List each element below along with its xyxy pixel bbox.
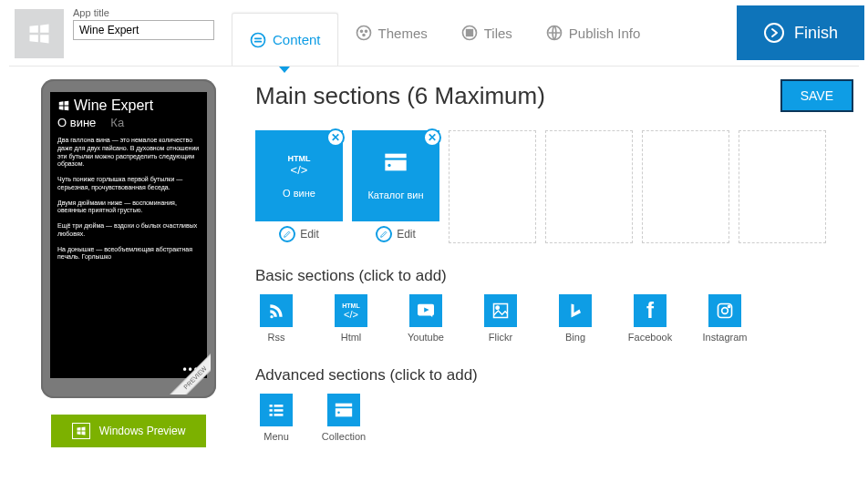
- svg-point-4: [363, 35, 365, 36]
- svg-rect-20: [270, 405, 273, 407]
- page-title: Main sections (6 Maximum): [255, 82, 545, 110]
- svg-point-19: [728, 305, 730, 307]
- basic-item-html[interactable]: HTML</> Html: [330, 294, 372, 343]
- windows-preview-label: Windows Preview: [99, 425, 186, 437]
- section-tile-collection[interactable]: ✕ Каталог вин Edit: [352, 130, 439, 243]
- html-icon: HTML</>: [335, 294, 367, 327]
- preview-paragraph: Чуть пониже горлышка первой бутылки — се…: [57, 176, 200, 192]
- section-label: Каталог вин: [367, 190, 423, 200]
- basic-item-instagram[interactable]: Instagram: [704, 294, 746, 343]
- preview-app-name: Wine Expert: [74, 97, 153, 114]
- section-empty-slot[interactable]: [739, 130, 826, 243]
- youtube-icon: [409, 294, 442, 327]
- finish-label: Finish: [794, 24, 838, 43]
- tab-publish[interactable]: Publish Info: [529, 7, 656, 58]
- preview-ribbon: PREVIEW: [167, 351, 211, 395]
- tab-content[interactable]: Content: [232, 13, 338, 66]
- svg-point-2: [360, 30, 362, 32]
- basic-item-rss[interactable]: Rss: [255, 294, 297, 343]
- facebook-icon: f: [634, 294, 666, 327]
- svg-rect-7: [470, 30, 473, 33]
- svg-point-16: [496, 306, 499, 309]
- svg-point-18: [722, 308, 728, 314]
- preview-paragraph: Двумя дюймами ниже — воспоминания, овеян…: [57, 200, 200, 216]
- preview-pivot-active: О вине: [57, 116, 96, 129]
- windows-icon: [72, 423, 90, 439]
- section-tile-html[interactable]: ✕ HTML </> О вине Edit: [255, 130, 343, 243]
- section-empty-slot[interactable]: [449, 130, 536, 243]
- app-title-input[interactable]: [73, 20, 214, 40]
- advanced-item-menu[interactable]: Menu: [255, 394, 297, 442]
- svg-rect-8: [466, 34, 472, 36]
- windows-preview-button[interactable]: Windows Preview: [51, 415, 206, 447]
- instagram-icon: [708, 294, 741, 327]
- edit-button[interactable]: Edit: [255, 226, 343, 242]
- save-button[interactable]: SAVE: [780, 79, 853, 112]
- phone-preview: Wine Expert О вине Ка Два галлона вина —…: [41, 79, 216, 398]
- basic-item-flickr[interactable]: Flickr: [480, 294, 522, 343]
- advanced-item-collection[interactable]: Collection: [323, 394, 365, 442]
- preview-pivot-next: Ка: [110, 116, 124, 129]
- basic-sections-title: Basic sections (click to add): [255, 267, 853, 285]
- app-title-label: App title: [73, 7, 219, 18]
- tab-tiles[interactable]: Tiles: [444, 7, 529, 58]
- svg-rect-25: [274, 414, 284, 416]
- svg-point-10: [765, 24, 783, 42]
- svg-point-13: [388, 164, 390, 167]
- tab-themes[interactable]: Themes: [338, 7, 444, 58]
- basic-item-bing[interactable]: Bing: [554, 294, 596, 343]
- pencil-icon: [376, 226, 392, 242]
- preview-paragraph: На донышке — всеобъемлющая абстрактная п…: [57, 246, 200, 262]
- pencil-icon: [279, 226, 295, 242]
- svg-point-0: [252, 33, 265, 46]
- close-icon[interactable]: ✕: [423, 128, 441, 147]
- section-empty-slot[interactable]: [642, 130, 729, 243]
- svg-point-28: [337, 411, 340, 414]
- edit-button[interactable]: Edit: [352, 226, 439, 242]
- rss-icon: [260, 294, 293, 327]
- preview-paragraph: Два галлона вина — это немалое количеств…: [57, 137, 200, 169]
- svg-rect-26: [336, 404, 352, 407]
- tab-content-label: Content: [273, 32, 321, 47]
- windows-logo-icon: [15, 9, 64, 58]
- collection-icon: [327, 394, 360, 426]
- svg-point-3: [365, 30, 367, 32]
- svg-rect-6: [466, 30, 469, 33]
- finish-button[interactable]: Finish: [737, 5, 864, 60]
- flickr-icon: [484, 294, 517, 327]
- menu-icon: [260, 394, 293, 426]
- preview-paragraph: Ещё три дюйма — вздохи о былых счастливы…: [57, 222, 200, 239]
- basic-item-youtube[interactable]: Youtube: [405, 294, 447, 343]
- svg-rect-24: [270, 414, 273, 416]
- bing-icon: [559, 294, 592, 327]
- svg-rect-15: [494, 304, 508, 318]
- tab-themes-label: Themes: [378, 26, 428, 41]
- tab-publish-label: Publish Info: [569, 26, 640, 41]
- svg-rect-23: [274, 409, 284, 412]
- section-label: О вине: [283, 188, 315, 199]
- collection-icon: [383, 151, 408, 173]
- svg-point-1: [356, 26, 370, 40]
- tab-tiles-label: Tiles: [484, 26, 512, 41]
- close-icon[interactable]: ✕: [326, 128, 345, 147]
- svg-rect-22: [270, 409, 273, 412]
- svg-rect-11: [385, 154, 406, 159]
- basic-item-facebook[interactable]: f Facebook: [629, 294, 671, 343]
- section-empty-slot[interactable]: [545, 130, 633, 243]
- advanced-sections-title: Advanced sections (click to add): [255, 366, 853, 384]
- svg-rect-21: [274, 405, 284, 407]
